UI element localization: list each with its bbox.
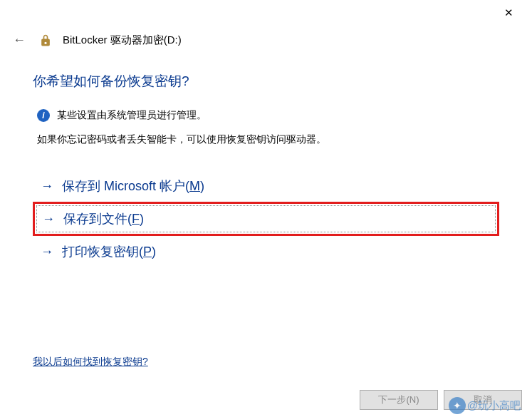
arrow-right-icon: →	[41, 179, 53, 194]
option-print-key[interactable]: → 打印恢复密钥(P)	[33, 236, 499, 267]
option-label: 保存到文件(F)	[63, 210, 144, 227]
close-icon[interactable]: ✕	[499, 4, 519, 22]
arrow-right-icon: →	[41, 244, 53, 259]
arrow-right-icon: →	[42, 212, 55, 227]
window-title: BitLocker 驱动器加密(D:)	[63, 34, 182, 47]
option-save-file[interactable]: → 保存到文件(F)	[33, 202, 499, 236]
option-label: 打印恢复密钥(P)	[62, 243, 156, 260]
option-label: 保存到 Microsoft 帐户(M)	[62, 177, 204, 195]
info-icon: i	[37, 109, 50, 122]
window-header: ← BitLocker 驱动器加密(D:)	[0, 26, 532, 56]
next-button[interactable]: 下一步(N)	[360, 390, 438, 410]
cancel-button[interactable]: 取消	[444, 390, 522, 410]
help-link[interactable]: 我以后如何找到恢复密钥?	[33, 356, 148, 369]
description-text: 如果你忘记密码或者丢失智能卡，可以使用恢复密钥访问驱动器。	[33, 133, 499, 146]
footer-buttons: 下一步(N) 取消	[360, 390, 522, 410]
bitlocker-lock-icon	[38, 34, 53, 48]
back-arrow-icon[interactable]: ←	[10, 31, 28, 49]
admin-notice: i 某些设置由系统管理员进行管理。	[33, 109, 499, 122]
option-save-microsoft[interactable]: → 保存到 Microsoft 帐户(M)	[33, 170, 499, 202]
page-heading: 你希望如何备份恢复密钥?	[33, 72, 499, 91]
admin-notice-text: 某些设置由系统管理员进行管理。	[57, 109, 207, 122]
